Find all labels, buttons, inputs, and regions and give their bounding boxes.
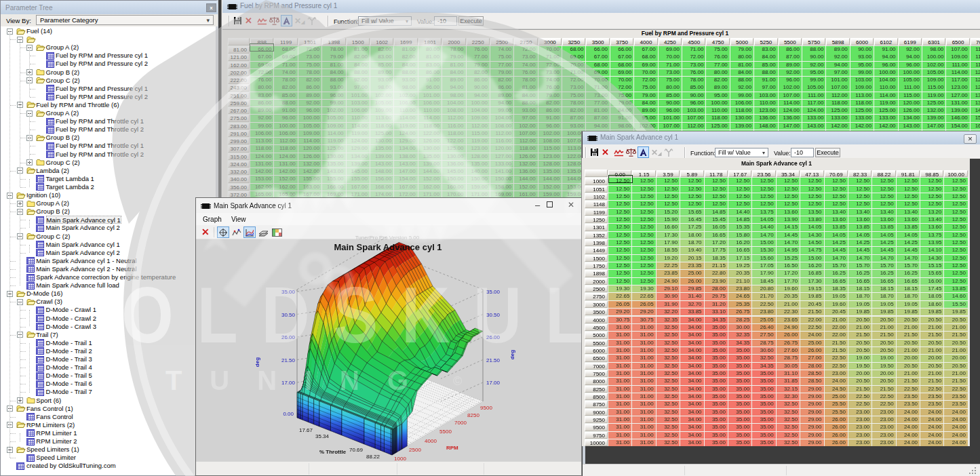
svg-text:deg: deg bbox=[509, 350, 515, 359]
svg-text:30.50: 30.50 bbox=[281, 312, 296, 318]
svg-text:30.50: 30.50 bbox=[486, 312, 501, 318]
svg-text:35.00: 35.00 bbox=[281, 289, 296, 295]
svg-text:RPM: RPM bbox=[446, 445, 458, 451]
svg-text:70.69: 70.69 bbox=[349, 447, 364, 453]
svg-text:4000: 4000 bbox=[425, 438, 437, 444]
svg-text:17.00: 17.00 bbox=[281, 380, 296, 386]
svg-text:88.22: 88.22 bbox=[366, 454, 380, 460]
svg-text:21.50: 21.50 bbox=[486, 357, 501, 363]
svg-text:5500: 5500 bbox=[439, 429, 452, 435]
svg-text:deg: deg bbox=[254, 357, 260, 367]
svg-text:26.00: 26.00 bbox=[281, 334, 296, 340]
svg-text:17.67: 17.67 bbox=[299, 427, 313, 433]
svg-text:Main Spark Advance cyl 1: Main Spark Advance cyl 1 bbox=[334, 242, 442, 252]
svg-text:% Throttle: % Throttle bbox=[319, 449, 347, 455]
svg-text:9500: 9500 bbox=[480, 405, 492, 411]
svg-text:21.50: 21.50 bbox=[281, 357, 296, 363]
svg-text:7000: 7000 bbox=[454, 420, 467, 426]
svg-text:8250: 8250 bbox=[467, 412, 479, 418]
svg-text:TunerPro Pro Version 5.00: TunerPro Pro Version 5.00 bbox=[355, 235, 420, 241]
svg-text:17.00: 17.00 bbox=[486, 380, 501, 386]
svg-text:35.00: 35.00 bbox=[486, 289, 501, 295]
svg-text:0.00: 0.00 bbox=[283, 411, 294, 417]
svg-text:35.34: 35.34 bbox=[315, 433, 330, 439]
svg-text:2500: 2500 bbox=[409, 447, 421, 453]
svg-text:26.00: 26.00 bbox=[486, 334, 501, 340]
